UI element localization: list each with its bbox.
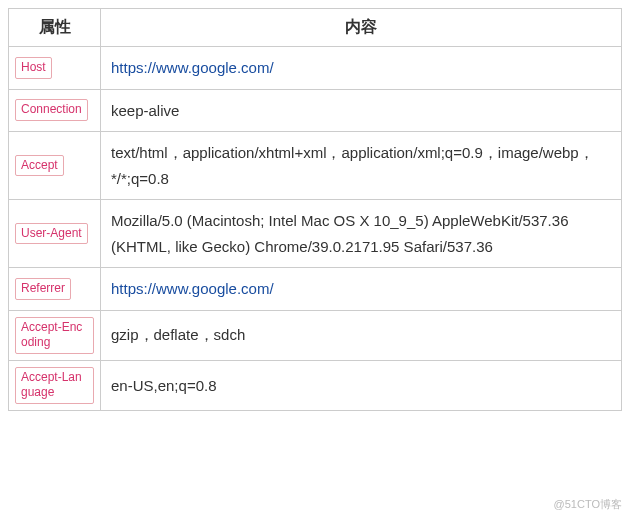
val-cell: text/html，application/xhtml+xml，applicat… — [101, 132, 622, 200]
table-row: Accept-Encoding gzip，deflate，sdch — [9, 310, 622, 360]
table-row: Referrer https://www.google.com/ — [9, 268, 622, 311]
attr-tag: Connection — [15, 99, 88, 121]
attr-cell: Accept-Language — [9, 360, 101, 410]
table-row: Host https://www.google.com/ — [9, 47, 622, 90]
attr-tag: Referrer — [15, 278, 71, 300]
attr-cell: Connection — [9, 89, 101, 132]
attr-tag: User-Agent — [15, 223, 88, 245]
val-cell: gzip，deflate，sdch — [101, 310, 622, 360]
table-row: Connection keep-alive — [9, 89, 622, 132]
table-header-row: 属性 内容 — [9, 9, 622, 47]
table-row: Accept text/html，application/xhtml+xml，a… — [9, 132, 622, 200]
table-row: User-Agent Mozilla/5.0 (Macintosh; Intel… — [9, 200, 622, 268]
attr-cell: Host — [9, 47, 101, 90]
attr-cell: User-Agent — [9, 200, 101, 268]
val-cell: https://www.google.com/ — [101, 268, 622, 311]
attr-tag: Accept — [15, 155, 64, 177]
col-attr-header: 属性 — [9, 9, 101, 47]
attr-cell: Referrer — [9, 268, 101, 311]
val-cell: en-US,en;q=0.8 — [101, 360, 622, 410]
table-row: Accept-Language en-US,en;q=0.8 — [9, 360, 622, 410]
attr-tag: Host — [15, 57, 52, 79]
val-cell: https://www.google.com/ — [101, 47, 622, 90]
http-headers-table: 属性 内容 Host https://www.google.com/ Conne… — [8, 8, 622, 411]
attr-cell: Accept — [9, 132, 101, 200]
attr-tag: Accept-Encoding — [15, 317, 94, 354]
attr-cell: Accept-Encoding — [9, 310, 101, 360]
attr-tag: Accept-Language — [15, 367, 94, 404]
val-cell: keep-alive — [101, 89, 622, 132]
col-val-header: 内容 — [101, 9, 622, 47]
val-cell: Mozilla/5.0 (Macintosh; Intel Mac OS X 1… — [101, 200, 622, 268]
